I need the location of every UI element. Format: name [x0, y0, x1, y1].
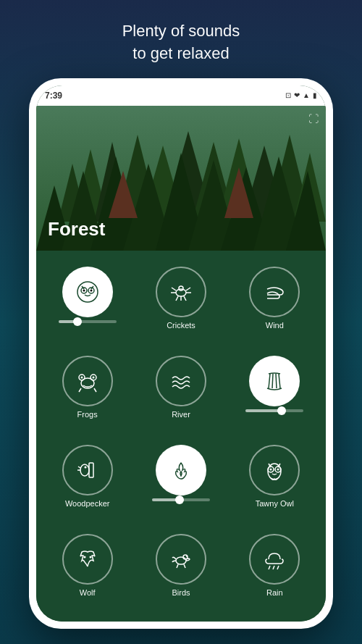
vibrate-icon: ⊡ [285, 91, 291, 99]
svg-line-61 [184, 564, 185, 568]
svg-line-65 [277, 566, 279, 569]
waterfall-slider[interactable] [245, 409, 303, 412]
forest-banner: Forest ⛶ [36, 106, 326, 251]
sound-item-waterfall [231, 350, 319, 433]
svg-line-64 [273, 566, 274, 569]
svg-line-30 [172, 288, 176, 290]
svg-line-44 [269, 374, 270, 388]
svg-point-62 [186, 556, 188, 557]
svg-point-40 [80, 376, 83, 378]
sound-item-owl [43, 261, 131, 344]
wind-button[interactable] [249, 267, 300, 317]
campfire-button[interactable] [156, 445, 206, 495]
svg-point-56 [83, 556, 85, 558]
forest-label: Forest [48, 218, 105, 241]
header: Plenty of sounds to get relaxed [122, 20, 240, 65]
sound-item-frogs: Frogs [43, 350, 131, 433]
owl-button[interactable] [62, 267, 113, 317]
svg-point-55 [277, 468, 279, 470]
wolf-label: Wolf [80, 588, 96, 597]
rain-label: Rain [266, 588, 283, 597]
phone-wrapper: 7:39 ⊡ ❤ ▲ ▮ [29, 78, 333, 629]
svg-line-45 [272, 374, 273, 388]
notch [138, 85, 224, 99]
sound-item-tawny-owl: Tawny Owl [231, 439, 319, 522]
svg-line-34 [176, 296, 178, 301]
wind-label: Wind [266, 321, 284, 330]
sound-item-woodpecker: Woodpecker [43, 439, 131, 522]
campfire-slider[interactable] [152, 498, 210, 501]
sound-item-river: River [137, 350, 224, 433]
svg-line-63 [269, 566, 270, 569]
time: 7:39 [45, 91, 62, 101]
svg-line-46 [276, 374, 277, 388]
svg-point-29 [179, 286, 183, 290]
svg-line-35 [184, 296, 186, 301]
crickets-button[interactable] [156, 267, 206, 317]
crickets-label: Crickets [167, 321, 195, 330]
birds-button[interactable] [156, 534, 206, 585]
header-line2: to get relaxed [132, 44, 229, 62]
tawny-owl-button[interactable] [249, 445, 300, 495]
svg-line-42 [79, 388, 81, 392]
svg-point-27 [90, 289, 92, 291]
svg-point-50 [84, 466, 86, 468]
frogs-label: Frogs [77, 410, 98, 419]
sound-item-rain: Rain [231, 528, 319, 611]
rain-button[interactable] [249, 534, 300, 585]
fullscreen-icon[interactable]: ⛶ [308, 113, 319, 125]
svg-rect-48 [89, 463, 93, 477]
wifi-icon: ❤ [294, 91, 300, 99]
woodpecker-button[interactable] [62, 445, 113, 495]
svg-point-58 [176, 557, 186, 564]
battery-icon: ▮ [313, 91, 317, 99]
frogs-button[interactable] [62, 356, 113, 406]
owl-slider[interactable] [59, 320, 117, 323]
svg-point-57 [89, 556, 91, 558]
svg-point-23 [77, 282, 98, 302]
waterfall-button[interactable] [249, 356, 300, 406]
woodpecker-label: Woodpecker [65, 499, 110, 508]
status-bar: 7:39 ⊡ ❤ ▲ ▮ [36, 85, 326, 106]
sound-item-wolf: Wolf [43, 528, 131, 611]
sound-item-birds: Birds [137, 528, 224, 611]
birds-label: Birds [172, 588, 190, 597]
svg-point-41 [92, 376, 94, 378]
phone-inner: 7:39 ⊡ ❤ ▲ ▮ [36, 85, 326, 622]
signal-icon: ▲ [303, 91, 310, 99]
svg-line-47 [279, 374, 280, 388]
svg-point-49 [80, 464, 89, 476]
tawny-owl-label: Tawny Owl [256, 499, 294, 508]
sound-grid: Crickets Wind [36, 251, 326, 622]
svg-point-26 [83, 289, 85, 291]
wolf-button[interactable] [62, 534, 113, 585]
sound-item-campfire [137, 439, 224, 522]
river-label: River [172, 410, 190, 419]
sound-item-wind: Wind [231, 261, 319, 344]
header-line1: Plenty of sounds [122, 22, 240, 40]
sound-item-crickets: Crickets [137, 261, 224, 344]
svg-line-60 [177, 564, 178, 568]
river-button[interactable] [156, 356, 206, 406]
svg-line-43 [94, 388, 96, 392]
svg-line-32 [186, 288, 190, 290]
status-icons: ⊡ ❤ ▲ ▮ [285, 91, 317, 99]
svg-point-54 [270, 468, 272, 470]
